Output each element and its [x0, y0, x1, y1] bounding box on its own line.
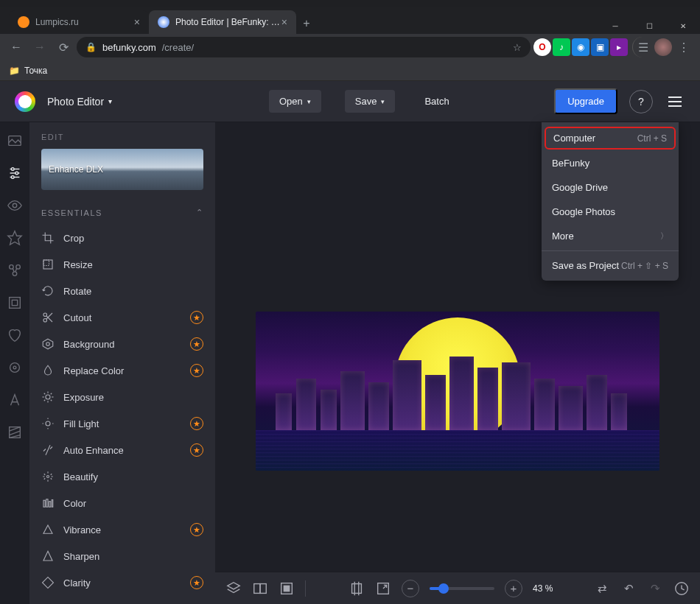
save-gdrive-item[interactable]: Google Drive [542, 175, 679, 200]
svg-rect-15 [12, 300, 17, 305]
profile-avatar[interactable] [654, 38, 672, 56]
svg-rect-42 [49, 502, 51, 508]
chevron-down-icon: ▾ [381, 98, 385, 105]
browser-tab[interactable]: Lumpics.ru × [9, 10, 149, 34]
svg-line-19 [10, 427, 21, 432]
tool-cutout[interactable]: Cutout★ [29, 304, 215, 331]
reading-list-icon[interactable]: ☰ [632, 37, 653, 57]
tool-sharpen[interactable]: Sharpen [29, 543, 215, 569]
app-header: Photo Editor ▾ Open ▾ Save ▾ Batch Upgra… [0, 81, 700, 122]
layers-icon[interactable] [225, 580, 242, 597]
tool-label: Rotate [63, 286, 91, 297]
tool-auto-enhance[interactable]: Auto Enhance★ [29, 437, 215, 463]
rail-frame-icon[interactable] [7, 295, 23, 311]
rail-eye-icon[interactable] [7, 197, 23, 214]
window-minimize-button[interactable]: ─ [598, 15, 632, 37]
tool-clarity[interactable]: Clarity★ [29, 569, 215, 596]
window-close-button[interactable]: ✕ [666, 15, 700, 37]
forward-button[interactable]: → [29, 37, 50, 57]
mode-selector[interactable]: Photo Editor ▾ [47, 96, 112, 108]
bookmark-item[interactable]: Точка [24, 66, 47, 76]
zoom-in-button[interactable]: + [505, 580, 522, 597]
history-icon[interactable] [673, 580, 690, 597]
save-befunky-item[interactable]: BeFunky [542, 151, 679, 175]
svg-rect-49 [260, 583, 266, 593]
svg-point-7 [13, 203, 17, 208]
browser-tab-bar: Lumpics.ru × Photo Editor | BeFunky: Fre… [0, 7, 700, 34]
tool-vibrance[interactable]: Vibrance★ [29, 516, 215, 543]
rail-heart-icon[interactable] [7, 327, 23, 343]
rail-gear-icon[interactable] [7, 359, 23, 376]
tab-close-icon[interactable]: × [134, 16, 140, 28]
new-tab-button[interactable]: + [296, 13, 317, 34]
undo-button[interactable]: ↶ [620, 580, 637, 597]
star-icon[interactable]: ☆ [513, 42, 522, 53]
save-more-item[interactable]: More 〉 [542, 224, 679, 248]
fullscreen-icon[interactable] [375, 580, 391, 597]
compare-icon[interactable] [252, 580, 268, 597]
open-button[interactable]: Open ▾ [269, 90, 321, 113]
svg-point-29 [46, 395, 50, 399]
extension-icon[interactable]: ♪ [553, 38, 570, 56]
help-button[interactable]: ? [629, 90, 653, 113]
tool-color[interactable]: Color [29, 490, 215, 516]
browser-menu-button[interactable]: ⋮ [673, 37, 694, 57]
thumb-label: Enhance DLX [49, 164, 103, 175]
tool-label: Replace Color [63, 365, 124, 376]
reload-button[interactable]: ⟳ [53, 37, 74, 57]
edited-image[interactable] [256, 312, 659, 471]
save-button[interactable]: Save ▾ [345, 90, 396, 113]
rail-edit-icon[interactable] [7, 165, 23, 181]
dd-label: BeFunky [552, 158, 589, 169]
rail-image-icon[interactable] [7, 133, 23, 149]
tool-background[interactable]: Background★ [29, 331, 215, 357]
cutout-icon [41, 311, 55, 324]
tool-resize[interactable]: Resize [29, 251, 215, 278]
dd-label: Computer [553, 133, 595, 144]
tool-beautify[interactable]: Beautify [29, 463, 215, 490]
tool-fill-light[interactable]: Fill Light★ [29, 410, 215, 437]
zoom-out-button[interactable]: − [402, 580, 419, 597]
batch-button[interactable]: Batch [414, 90, 459, 113]
save-dropdown: Computer Ctrl + S BeFunky Google Drive G… [542, 122, 679, 281]
save-computer-item[interactable]: Computer Ctrl + S [545, 127, 676, 150]
extension-icon[interactable]: ▣ [591, 38, 609, 56]
rail-graphic-icon[interactable] [7, 262, 23, 278]
grid-icon[interactable] [279, 580, 295, 597]
browser-tab-active[interactable]: Photo Editor | BeFunky: Free Onli × [149, 10, 296, 34]
tool-exposure[interactable]: Exposure [29, 384, 215, 410]
tab-close-icon[interactable]: × [281, 16, 287, 28]
hamburger-menu-button[interactable] [665, 96, 685, 107]
extension-icon[interactable]: O [533, 38, 551, 56]
save-gphotos-item[interactable]: Google Photos [542, 200, 679, 224]
rail-star-icon[interactable] [7, 230, 23, 246]
back-button[interactable]: ← [6, 37, 27, 57]
extension-icon[interactable]: ▸ [610, 38, 628, 56]
enhance-preset-thumb[interactable]: Enhance DLX [41, 149, 203, 190]
tool-rotate[interactable]: Rotate [29, 278, 215, 304]
svg-line-36 [44, 400, 46, 401]
tool-crop[interactable]: Crop [29, 225, 215, 251]
auto-enhance-icon [41, 443, 55, 457]
section-header[interactable]: ESSENTIALS ⌃ [29, 200, 215, 225]
upgrade-button[interactable]: Upgrade [554, 88, 617, 114]
window-maximize-button[interactable]: ☐ [632, 15, 666, 37]
svg-point-39 [47, 476, 49, 478]
save-project-item[interactable]: Save as Project Ctrl + ⇧ + S [542, 253, 679, 278]
tool-replace-color[interactable]: Replace Color★ [29, 357, 215, 384]
fit-screen-icon[interactable] [349, 580, 365, 597]
befunky-logo-icon[interactable] [15, 91, 35, 112]
favicon-icon [158, 16, 169, 28]
extension-icon[interactable]: ◉ [572, 38, 589, 56]
rail-texture-icon[interactable] [7, 424, 23, 440]
background-icon [41, 337, 55, 351]
batch-label: Batch [424, 96, 449, 107]
svg-rect-52 [352, 583, 362, 593]
url-field[interactable]: 🔒 befunky.com/create/ ☆ [77, 37, 531, 57]
redo-button[interactable]: ↷ [647, 580, 663, 597]
crop-icon [41, 231, 55, 245]
rail-text-icon[interactable] [7, 392, 23, 408]
shuffle-icon[interactable]: ⇄ [594, 580, 610, 597]
window-controls: ─ ☐ ✕ [598, 15, 700, 37]
zoom-slider[interactable] [430, 587, 494, 590]
